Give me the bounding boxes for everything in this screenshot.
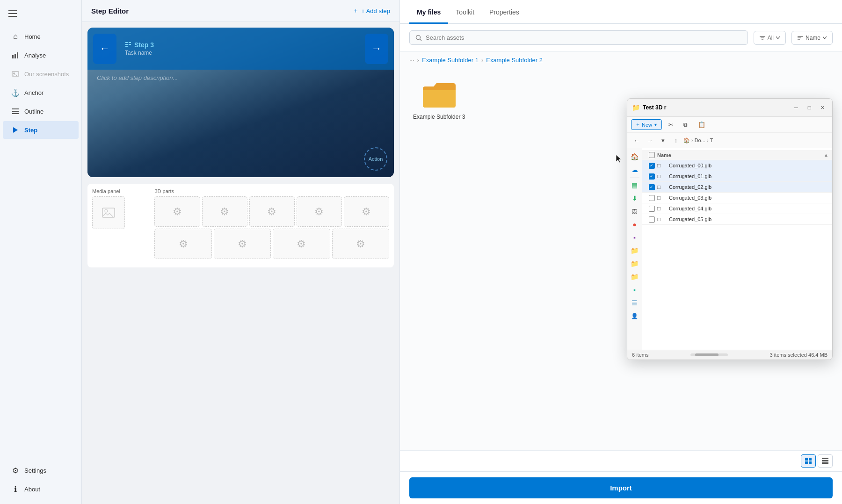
file-checkbox-3[interactable] [646, 195, 657, 201]
sort-button[interactable]: Name [791, 31, 833, 45]
sidebar-item-settings[interactable]: ⚙ Settings [3, 461, 79, 479]
part-cell-8[interactable]: ⚙ [273, 229, 330, 259]
explorer-new-button[interactable]: ＋ New ▼ [631, 119, 662, 130]
sidebar-item-anchor[interactable]: ⚓ Anchor [3, 84, 79, 101]
checkbox-2[interactable]: ✓ [649, 184, 655, 190]
sidebar-item-about[interactable]: ℹ About [3, 480, 79, 498]
explorer-paste-button[interactable]: 📋 [694, 119, 709, 130]
tab-properties[interactable]: Properties [482, 0, 527, 24]
file-checkbox-0[interactable]: ✓ [646, 163, 657, 169]
svg-rect-27 [805, 458, 808, 461]
file-row-1[interactable]: ✓ □ Corrugated_01.glb [642, 171, 832, 182]
status-scrollbar[interactable] [690, 353, 728, 356]
step-description[interactable]: Click to add step description... [97, 74, 385, 81]
file-name-5: Corrugated_05.glb [669, 216, 828, 222]
explorer-up-button[interactable]: ↑ [670, 135, 682, 146]
checkbox-3[interactable] [649, 195, 655, 201]
action-badge[interactable]: Action [364, 147, 387, 171]
part-cell-3[interactable]: ⚙ [249, 196, 295, 227]
explorer-sidebar-folder-2[interactable]: 📁 [629, 258, 640, 269]
step-info: Step 3 Task name [121, 39, 360, 58]
folder-item[interactable]: Example Subfolder 3 [409, 76, 469, 124]
breadcrumb-item-2[interactable]: Example Subfolder 2 [486, 57, 543, 64]
header-checkbox[interactable] [646, 152, 657, 158]
next-step-button[interactable]: → [365, 34, 388, 64]
file-checkbox-4[interactable] [646, 206, 657, 212]
tab-toolkit[interactable]: Toolkit [448, 0, 482, 24]
select-all-checkbox[interactable] [649, 152, 655, 158]
grid-view-button[interactable] [801, 454, 816, 468]
tab-my-files[interactable]: My files [409, 0, 448, 24]
file-row-3[interactable]: □ Corrugated_03.glb [642, 193, 832, 203]
explorer-sidebar-item-4[interactable]: ● [629, 219, 640, 230]
checkbox-5[interactable] [649, 216, 655, 223]
part-cell-9[interactable]: ⚙ [332, 229, 389, 259]
part-cell-5[interactable]: ⚙ [344, 196, 389, 227]
explorer-maximize-button[interactable]: □ [804, 102, 814, 113]
filter-all-button[interactable]: All [754, 31, 786, 45]
explorer-copy-button[interactable]: ⧉ [680, 120, 691, 130]
explorer-sidebar-home[interactable]: 🏠 [629, 151, 640, 162]
file-row-5[interactable]: □ Corrugated_05.glb [642, 214, 832, 225]
explorer-sidebar-item-1[interactable]: ▤ [629, 180, 640, 191]
sidebar-item-step[interactable]: Step [3, 121, 79, 139]
file-checkbox-1[interactable]: ✓ [646, 173, 657, 180]
part-cell-6[interactable]: ⚙ [154, 229, 211, 259]
home-icon: ⌂ [11, 32, 20, 41]
file-row-2[interactable]: ✓ □ Corrugated_02.glb [642, 182, 832, 193]
media-cell-1[interactable] [92, 196, 125, 229]
explorer-back-button[interactable]: ← [631, 135, 642, 146]
status-items: 6 items [632, 352, 648, 358]
explorer-sidebar-item-7[interactable]: ☰ [629, 297, 640, 309]
explorer-sidebar-folder-3[interactable]: 📁 [629, 271, 640, 282]
explorer-sidebar-item-6[interactable]: ▪ [629, 284, 640, 295]
explorer-cut-button[interactable]: ✂ [665, 120, 677, 130]
part-cell-1[interactable]: ⚙ [154, 196, 200, 227]
file-row-0[interactable]: ✓ □ Corrugated_00.glb [642, 160, 832, 171]
breadcrumb-sep-1: › [417, 57, 419, 64]
explorer-minimize-button[interactable]: ─ [791, 102, 801, 113]
search-input[interactable] [426, 34, 742, 41]
explorer-sidebar-item-8[interactable]: 👤 [629, 310, 640, 322]
part-cell-7[interactable]: ⚙ [214, 229, 271, 259]
explorer-dropdown-button[interactable]: ▾ [657, 135, 668, 146]
path-item-1[interactable]: Do... [695, 137, 705, 143]
menu-icon[interactable] [0, 6, 81, 23]
sidebar-item-home[interactable]: ⌂ Home [3, 28, 79, 45]
add-step-button[interactable]: ＋ + Add step [353, 7, 390, 15]
path-item-2[interactable]: T [710, 137, 713, 143]
breadcrumb-dots[interactable]: ··· [409, 57, 414, 64]
import-button[interactable]: Import [409, 477, 833, 498]
part-cell-4[interactable]: ⚙ [297, 196, 342, 227]
file-checkbox-5[interactable] [646, 216, 657, 223]
checkbox-4[interactable] [649, 206, 655, 212]
svg-rect-30 [809, 461, 812, 464]
explorer-sidebar-item-2[interactable]: ⬇ [629, 193, 640, 204]
file-checkbox-2[interactable]: ✓ [646, 184, 657, 190]
explorer-path: 🏠 › Do... › T [683, 137, 828, 144]
part-cell-2[interactable]: ⚙ [202, 196, 247, 227]
part-icon: ⚙ [267, 206, 276, 218]
svg-point-19 [416, 35, 421, 39]
explorer-sidebar-item-5[interactable]: ▪ [629, 232, 640, 243]
explorer-sidebar-onedrive[interactable]: ☁ [629, 164, 640, 175]
analyse-icon [11, 51, 20, 59]
svg-rect-3 [12, 55, 14, 58]
prev-step-button[interactable]: ← [93, 34, 116, 64]
sidebar-item-outline[interactable]: Outline [3, 102, 79, 120]
breadcrumb-item-1[interactable]: Example Subfolder 1 [422, 57, 479, 64]
sidebar-item-analyse[interactable]: Analyse [3, 46, 79, 64]
explorer-close-button[interactable]: ✕ [817, 102, 827, 113]
list-view-button[interactable] [818, 454, 833, 468]
checkbox-0[interactable]: ✓ [649, 163, 655, 169]
explorer-sidebar-folder-1[interactable]: 📁 [629, 245, 640, 256]
explorer-sidebar-item-3[interactable]: 🖼 [629, 206, 640, 217]
sidebar: ⌂ Home Analyse Our screenshots ⚓ Anchor … [0, 0, 82, 504]
file-row-4[interactable]: □ Corrugated_04.glb [642, 203, 832, 214]
checkbox-1[interactable]: ✓ [649, 173, 655, 180]
chevron-down-icon-2 [823, 36, 827, 39]
new-icon: ＋ [635, 121, 640, 128]
explorer-forward-button[interactable]: → [644, 135, 655, 146]
svg-rect-13 [125, 44, 128, 45]
file-icon-2: □ [657, 184, 667, 190]
